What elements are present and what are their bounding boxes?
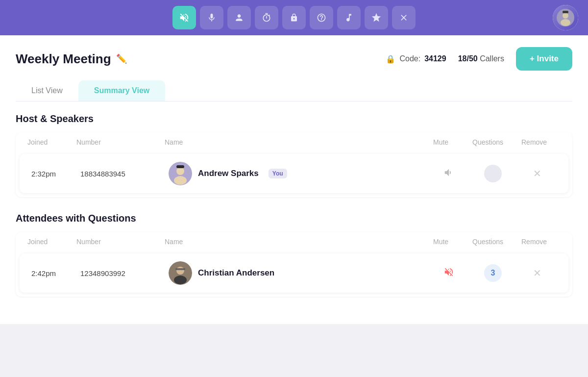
host-speakers-title: Host & Speakers [16,113,572,125]
music-button[interactable] [337,6,361,29]
person-name: Andrew Sparks [198,169,259,178]
col-number-1: Number [76,138,165,146]
header-right: 🔒 Code: 34129 18/50 Callers + Invite [386,47,572,71]
callers-count: 18/50 [458,54,480,63]
code-info: 🔒 Code: 34129 [386,54,446,64]
remove-icon[interactable]: ✕ [533,168,541,179]
svg-rect-3 [563,11,568,13]
svg-point-5 [176,167,184,175]
name-cell: Andrew Sparks You [169,162,429,185]
page-header: Weekly Meeting ✏️ 🔒 Code: 34129 18/50 Ca… [16,47,572,71]
mute-speaker-icon[interactable] [443,167,454,180]
mute-button[interactable] [172,6,196,29]
you-badge: You [269,169,287,178]
table-row: 2:42pm 12348903992 Christian Andersen [20,253,568,293]
code-label: Code: [399,54,420,63]
star-button[interactable] [365,6,388,29]
table-row: 2:32pm 18834883945 Andrew Sparks You [20,154,568,193]
col-remove-1: Remove [521,138,561,146]
code-value: 34129 [424,54,446,63]
host-speakers-section: Host & Speakers Joined Number Name Mute … [16,113,572,197]
col-joined-1: Joined [27,138,76,146]
questions-count: 3 [484,264,502,282]
tab-list-view[interactable]: List View [16,80,78,101]
svg-rect-11 [175,268,185,270]
attendees-title: Attendees with Questions [16,213,572,224]
callers-label: Callers [480,54,504,63]
col-number-2: Number [76,238,165,246]
phone-number: 18834883945 [80,170,169,178]
tabs-row: List View Summary View [16,80,572,101]
avatar [169,261,192,285]
col-name-2: Name [165,238,433,246]
col-mute-1: Mute [433,138,472,146]
person-name: Christian Andersen [198,268,274,278]
svg-point-1 [563,13,568,19]
col-remove-2: Remove [521,238,561,246]
col-joined-2: Joined [27,238,76,246]
person-button[interactable] [227,6,251,29]
host-speakers-table: Joined Number Name Mute Questions Remove… [16,132,572,197]
timer-button[interactable] [255,6,278,29]
host-table-header: Joined Number Name Mute Questions Remove [16,132,572,152]
user-avatar[interactable] [553,5,578,30]
edit-icon[interactable]: ✏️ [116,53,127,64]
callers-info: 18/50 Callers [458,54,504,63]
joined-time: 2:42pm [31,269,80,277]
tab-summary-view[interactable]: Summary View [78,80,166,101]
phone-number: 12348903992 [80,269,169,277]
lock-button[interactable] [282,6,306,29]
avatar-image [553,5,578,30]
remove-cell[interactable]: ✕ [517,168,557,179]
muted-icon[interactable] [443,267,454,280]
topbar [0,0,588,35]
remove-cell[interactable]: ✕ [517,267,557,279]
avatar [169,162,192,185]
col-name-1: Name [165,138,433,146]
mic-button[interactable] [200,6,223,29]
col-mute-2: Mute [433,238,472,246]
svg-point-2 [561,19,570,26]
meeting-title: Weekly Meeting [16,51,111,67]
attendees-table-header: Joined Number Name Mute Questions Remove [16,232,572,251]
mute-cell[interactable] [429,267,468,280]
topbar-icons [172,6,416,29]
main-content: Weekly Meeting ✏️ 🔒 Code: 34129 18/50 Ca… [0,35,588,324]
joined-time: 2:32pm [31,170,80,178]
meeting-title-group: Weekly Meeting ✏️ [16,51,127,67]
lock-small-icon: 🔒 [386,54,395,64]
attendees-table: Joined Number Name Mute Questions Remove… [16,232,572,297]
svg-point-9 [176,267,184,275]
questions-empty [484,165,502,182]
name-cell: Christian Andersen [169,261,429,285]
svg-point-6 [174,176,187,185]
close-topbar-button[interactable] [392,6,416,29]
col-questions-2: Questions [472,238,521,246]
svg-point-10 [174,276,187,284]
questions-cell [468,165,517,182]
mute-cell[interactable] [429,167,468,180]
svg-rect-7 [176,165,184,168]
question-button[interactable] [310,6,333,29]
col-questions-1: Questions [472,138,521,146]
invite-button[interactable]: + Invite [516,47,572,71]
remove-icon[interactable]: ✕ [533,267,541,279]
attendees-section: Attendees with Questions Joined Number N… [16,213,572,297]
questions-cell: 3 [468,264,517,282]
